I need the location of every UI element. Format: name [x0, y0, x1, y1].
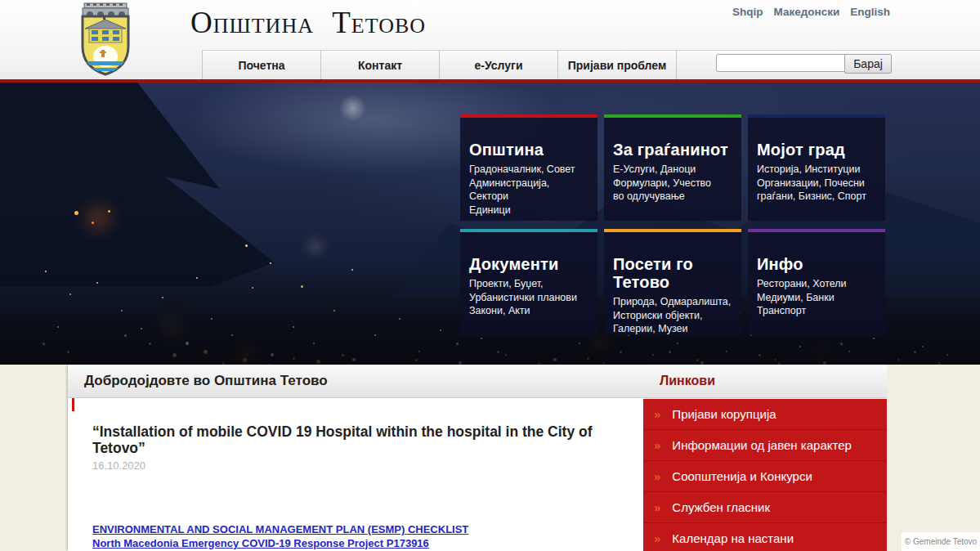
tile-subtitle: Градоначалник, Совет Администрација, Сек…: [469, 163, 589, 217]
tile-visit-tetovo[interactable]: Посети го Тетово Природа, Одмаралишта, И…: [604, 229, 741, 335]
tile-info[interactable]: Инфо Ресторани, Хотели Медиуми, Банки Тр…: [748, 229, 885, 335]
welcome-heading: Добродојдовте во Општина Тетово: [84, 373, 328, 389]
search-button[interactable]: Барај: [844, 54, 892, 74]
header: Општина Тетово Shqip Македонски English …: [0, 0, 980, 79]
sidebar-link-report-corruption[interactable]: » Пријави корупција: [643, 399, 887, 430]
tile-subtitle: Ресторани, Хотели Медиуми, Банки Транспо…: [757, 277, 877, 318]
tile-subtitle: Проекти, Буџет, Урбанистички планови Зак…: [469, 277, 589, 318]
lang-english[interactable]: English: [850, 6, 890, 18]
double-chevron-icon: »: [654, 438, 660, 452]
tile-subtitle: Природа, Одмаралишта, Историски објекти,…: [613, 295, 733, 336]
double-chevron-icon: »: [654, 531, 660, 545]
lang-makedonski[interactable]: Македонски: [774, 6, 840, 18]
tile-municipality[interactable]: Општина Градоначалник, Совет Администрац…: [460, 114, 597, 221]
sidebar-link-public-information[interactable]: » Информации од јавен карактер: [643, 430, 887, 461]
sidebar-link-label: Соопштенија и Конкурси: [672, 469, 812, 483]
nav-tab-eservices[interactable]: е-Услуги: [440, 51, 558, 80]
sidebar-heading: Линкови: [660, 374, 715, 388]
article-links: ENVIRONMENTAL AND SOCIAL MANAGEMENT PLAN…: [92, 523, 468, 550]
tile-title: Мојот град: [757, 141, 877, 159]
hero-night-cityscape: Општина Градоначалник, Совет Администрац…: [0, 83, 980, 365]
nav-tab-contact[interactable]: Контакт: [321, 51, 440, 80]
mountain-silhouette-left: [0, 83, 458, 287]
nav-tab-home[interactable]: Почетна: [202, 51, 321, 80]
sidebar-link-label: Службен гласник: [672, 500, 770, 514]
municipality-tetovo-homepage: Општина Тетово Shqip Македонски English …: [0, 0, 980, 551]
covid-response-project-link[interactable]: North Macedonia Emergency COVID-19 Respo…: [92, 537, 468, 551]
sidebar-link-label: Пријави корупција: [672, 407, 776, 421]
hero-tile-menu: Општина Градоначалник, Совет Администрац…: [460, 114, 885, 335]
tile-title: Општина: [469, 141, 589, 159]
article-panel: Добродојдовте во Општина Тетово “Install…: [68, 365, 643, 551]
search-input[interactable]: [716, 54, 850, 72]
sidebar-link-label: Календар на настани: [672, 531, 794, 545]
red-accent-bar: [72, 398, 74, 411]
tile-title: За граѓанинот: [613, 141, 733, 159]
sidebar-link-official-gazette[interactable]: » Службен гласник: [643, 492, 887, 523]
language-switcher: Shqip Македонски English: [732, 6, 890, 18]
tile-subtitle: Е-Услуги, Даноци Формулари, Учество во о…: [613, 163, 733, 204]
sidebar-link-list: » Пријави корупција » Информации од јаве…: [643, 399, 887, 551]
links-sidebar: Линкови » Пријави корупција » Информации…: [643, 365, 887, 551]
esmp-checklist-link[interactable]: ENVIRONMENTAL AND SOCIAL MANAGEMENT PLAN…: [92, 523, 468, 537]
double-chevron-icon: »: [654, 469, 660, 483]
tile-documents[interactable]: Документи Проекти, Буџет, Урбанистички п…: [460, 229, 597, 335]
page-title: Општина Тетово: [190, 5, 426, 40]
lang-shqip[interactable]: Shqip: [732, 6, 763, 18]
tile-title: Инфо: [757, 255, 877, 273]
sidebar-heading-bar: Линкови: [643, 365, 887, 398]
tile-my-city[interactable]: Мојот град Историја, Институции Организа…: [748, 114, 885, 221]
welcome-heading-bar: Добродојдовте во Општина Тетово: [68, 365, 643, 398]
sidebar-link-events-calendar[interactable]: » Календар на настани: [643, 523, 887, 551]
sidebar-link-announcements[interactable]: » Соопштенија и Конкурси: [643, 461, 887, 492]
double-chevron-icon: »: [654, 407, 660, 421]
article-title: “Installation of mobile COVID 19 Hospita…: [92, 424, 615, 456]
copyright-watermark: © Gemeinde Tetovo: [902, 532, 980, 551]
article-date: 16.10.2020: [92, 459, 145, 472]
tile-title: Документи: [469, 255, 589, 273]
sidebar-link-label: Информации од јавен карактер: [672, 438, 852, 452]
double-chevron-icon: »: [654, 500, 660, 514]
municipality-coat-of-arms-logo[interactable]: [77, 2, 134, 76]
tile-subtitle: Историја, Институции Организации, Почесн…: [757, 163, 877, 204]
tile-title: Посети го Тетово: [613, 255, 733, 291]
city-light-glows: [0, 83, 1, 83]
tile-for-citizens[interactable]: За граѓанинот Е-Услуги, Даноци Формулари…: [604, 114, 741, 221]
nav-tab-report-problem[interactable]: Пријави проблем: [558, 51, 677, 80]
